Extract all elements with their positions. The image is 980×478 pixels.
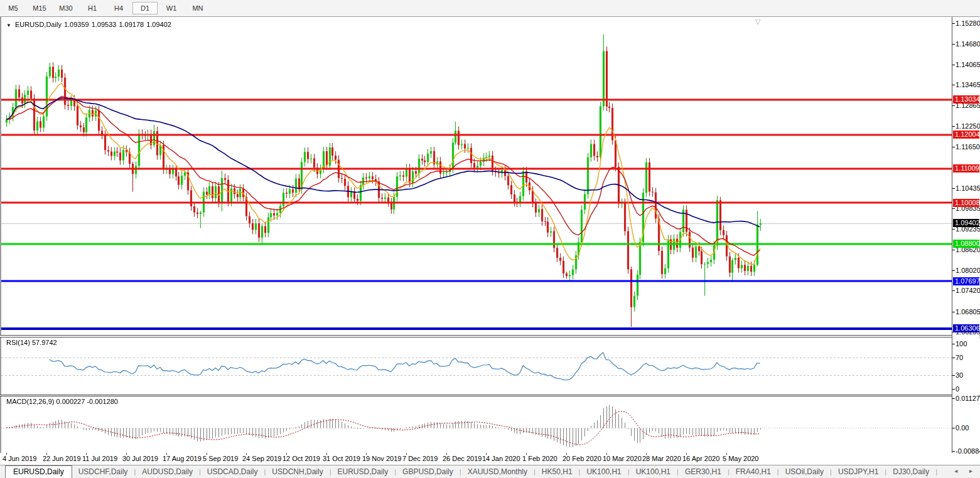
price-tick-label: 1.13465 [956, 81, 980, 88]
date-label: 16 Apr 2020 [682, 455, 719, 462]
axis-tick-mark [952, 188, 955, 189]
rsi-label: RSI(14) 57.9742 [6, 339, 57, 346]
price-tick-label: 1.07420 [956, 287, 980, 294]
timeframe-button-m5[interactable]: M5 [1, 2, 26, 14]
axis-tick-mark [952, 270, 955, 271]
chart-tab-fra40-h1[interactable]: FRA40,H1 [730, 467, 777, 477]
date-label: 5 May 2020 [723, 455, 758, 462]
chart-tab-usoil-daily[interactable]: USOil,Daily [779, 467, 830, 477]
date-label: 24 Sep 2019 [242, 455, 281, 462]
chart-tab-usdcad-daily[interactable]: USDCAD,Daily [201, 467, 264, 477]
price-tick-label: 1.12250 [956, 122, 980, 130]
axis-tick-mark [952, 44, 955, 45]
axis-tick-mark [952, 389, 955, 390]
ohlc-low: 1.09178 [119, 21, 144, 28]
timeframe-button-h4[interactable]: H4 [106, 2, 131, 14]
axis-tick-mark [952, 65, 955, 65]
axis-tick-mark [952, 126, 955, 127]
price-tick-label: 1.06805 [956, 308, 980, 316]
ohlc-high: 1.09533 [92, 21, 117, 28]
current-price-badge: 1.09402 [953, 219, 979, 227]
timeframe-button-w1[interactable]: W1 [159, 2, 184, 14]
axis-tick-mark [952, 358, 955, 358]
price-level-badge: 1.11009 [953, 164, 979, 173]
ohlc-close: 1.09402 [146, 21, 171, 28]
timeframe-button-mn[interactable]: MN [185, 2, 210, 14]
date-label: 10 Mar 2020 [603, 455, 642, 462]
date-label: 11 Jul 2019 [82, 455, 117, 462]
chart-tab-usdcnh-daily[interactable]: USDCNH,Daily [266, 467, 329, 477]
price-tick-label: 1.11650 [956, 143, 980, 151]
axis-tick-mark [952, 147, 955, 147]
price-level-badge: 1.12004 [953, 130, 979, 139]
axis-tick-mark [952, 398, 955, 399]
date-label: 26 Dec 2019 [443, 455, 482, 462]
timeframe-bar: M5M15M30H1H4D1W1MN [0, 0, 980, 17]
axis-tick-mark [952, 428, 955, 428]
axis-tick-mark [952, 375, 955, 376]
chart-tab-dj30-daily[interactable]: DJ30,Daily [886, 467, 935, 477]
chart-window: ▼EURUSD,Daily1.093591.095331.091781.0940… [0, 16, 980, 465]
chart-tab-xauusd-monthly[interactable]: XAUUSD,Monthly [461, 467, 534, 477]
chart-tab-audusd-daily[interactable]: AUDUSD,Daily [136, 467, 199, 477]
date-label: 30 Jul 2019 [122, 455, 158, 462]
chart-tab-hk50-h1[interactable]: HK50,H1 [536, 467, 579, 477]
price-tick-label: 1.14065 [956, 61, 980, 68]
axis-tick-mark [952, 451, 955, 452]
date-label: 7 Dec 2019 [402, 455, 438, 462]
price-tick-label: 1.08020 [956, 267, 980, 274]
timeframe-button-d1[interactable]: D1 [132, 2, 158, 14]
tab-scroll-arrows[interactable]: ◂ ▸ [954, 467, 977, 474]
chart-tab-uk100-h1[interactable]: UK100,H1 [630, 467, 677, 477]
date-label: 17 Aug 2019 [163, 455, 202, 462]
date-label: 31 Oct 2019 [323, 455, 360, 462]
rsi-tick-label: 70 [956, 354, 963, 361]
axis-tick-mark [952, 312, 955, 312]
price-level-badge: 1.10008 [953, 199, 979, 207]
axis-tick-mark [952, 85, 955, 85]
main-price-chart[interactable] [1, 18, 952, 335]
chart-tab-usdchf-daily[interactable]: USDCHF,Daily [72, 467, 134, 477]
time-axis[interactable]: 4 Jun 201922 Jun 201911 Jul 201930 Jul 2… [0, 453, 980, 465]
axis-tick-mark [952, 344, 955, 344]
macd-label: MACD(12,26,9) 0.000227 -0.001280 [6, 398, 118, 405]
date-label: 19 Nov 2019 [362, 455, 401, 462]
price-level-badge: 1.13034 [953, 95, 979, 104]
chart-title: ▼EURUSD,Daily1.093591.095331.091781.0940… [6, 21, 174, 28]
chart-tab-eurusd-daily[interactable]: EURUSD,Daily [5, 465, 72, 478]
axis-tick-mark [952, 23, 955, 24]
price-level-badge: 1.07697 [953, 277, 979, 285]
price-tick-label: 1.15280 [956, 19, 980, 27]
chart-shift-marker: ▽ [755, 18, 760, 26]
chart-tab-usdjpy-h1[interactable]: USDJPY,H1 [832, 467, 885, 477]
macd-indicator-panel[interactable] [1, 396, 952, 453]
date-label: 1 Feb 2020 [522, 455, 557, 462]
ohlc-open: 1.09359 [64, 21, 89, 28]
chart-dropdown-icon[interactable]: ▼ [6, 23, 11, 28]
chart-tab-ger30-h1[interactable]: GER30,H1 [679, 467, 728, 477]
macd-tick-label: 0.00 [956, 424, 969, 432]
rsi-title: RSI(14) 57.9742 [6, 339, 60, 346]
axis-tick-mark [952, 208, 955, 209]
date-label: 12 Oct 2019 [283, 455, 320, 462]
chart-tab-gbpusd-daily[interactable]: GBPUSD,Daily [396, 467, 460, 477]
price-level-badge: 1.06306 [953, 324, 979, 332]
rsi-tick-label: 30 [956, 371, 963, 379]
rsi-indicator-panel[interactable] [1, 337, 952, 395]
mt4-application-window: M5M15M30H1H4D1W1MN ▼EURUSD,Daily1.093591… [0, 0, 980, 478]
timeframe-button-m30[interactable]: M30 [53, 2, 78, 14]
chart-tab-uk100-h1[interactable]: UK100,H1 [580, 467, 627, 477]
rsi-tick-label: 0 [956, 385, 959, 393]
timeframe-button-h1[interactable]: H1 [80, 2, 105, 14]
date-label: 22 Jun 2019 [43, 455, 81, 462]
date-label: 20 Feb 2020 [563, 455, 601, 462]
axis-tick-mark [952, 290, 955, 291]
macd-tick-label: 0.011277 [956, 395, 980, 402]
chart-tab-eurusd-daily[interactable]: EURUSD,Daily [331, 467, 395, 477]
chart-tab-bar: EURUSD,DailyUSDCHF,Daily|AUDUSD,Daily|US… [0, 465, 980, 478]
axis-tick-mark [952, 229, 955, 230]
date-label: 5 Sep 2019 [203, 455, 238, 462]
date-label: 4 Jun 2019 [3, 455, 36, 462]
price-axis[interactable]: 1.152801.146801.140651.134651.128651.122… [952, 17, 979, 453]
timeframe-button-m15[interactable]: M15 [27, 2, 52, 14]
